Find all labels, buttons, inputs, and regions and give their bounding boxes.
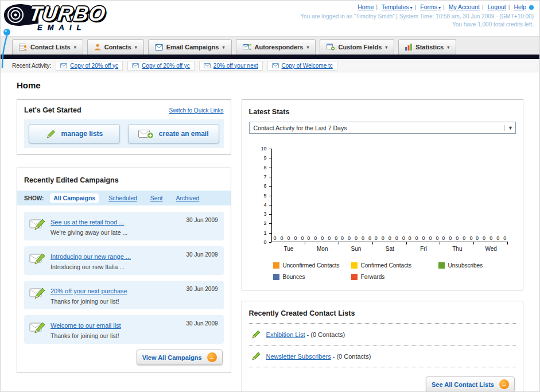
campaign-row[interactable]: Introducing our new range ... Introducin… <box>24 246 224 275</box>
nav-help[interactable]: Help <box>514 3 526 10</box>
chevron-down-icon: ▾ <box>438 5 441 10</box>
tab-scheduled[interactable]: Scheduled <box>105 193 141 203</box>
blue-dot-decoration <box>529 5 534 10</box>
legend-swatch <box>438 262 445 269</box>
chart-x-tick-label: Mon <box>305 242 339 252</box>
legend-swatch <box>351 274 358 280</box>
tab-contacts[interactable]: Contacts▾ <box>87 39 144 55</box>
chart-x-tick-label: Tue <box>272 242 306 252</box>
recent-activity-item[interactable]: Copy of 20% off yc <box>56 61 123 71</box>
chart-day-values: 00000 <box>305 235 339 241</box>
nav-home[interactable]: Home <box>358 3 374 10</box>
envelope-icon <box>155 44 163 51</box>
chevron-down-icon: ▾ <box>410 5 413 10</box>
chart-day-values: 00000 <box>407 235 441 241</box>
chevron-down-icon: ▼ <box>504 125 513 131</box>
tab-statistics[interactable]: Statistics▾ <box>398 39 456 55</box>
switch-quick-links-link[interactable]: Switch to Quick Links <box>169 107 224 114</box>
chart-day-values: 00000 <box>474 235 508 241</box>
legend-item: Unsubscribes <box>438 262 483 269</box>
chart-day-values: 00000 <box>373 235 407 241</box>
envelope-icon <box>132 63 139 68</box>
campaign-row[interactable]: Welcome to our email list Thanks for joi… <box>24 315 224 344</box>
tab-all-campaigns[interactable]: All Campaigns <box>50 193 99 203</box>
campaign-row[interactable]: See us at the retail food ... We're givi… <box>24 212 224 240</box>
content: Home Let's Get Started Switch to Quick L… <box>1 72 539 392</box>
tab-custom-fields[interactable]: Custom Fields▾ <box>320 39 394 55</box>
chevron-down-icon: ▾ <box>447 45 449 50</box>
chart-x-tick-label: Sat <box>373 242 407 252</box>
manage-lists-button[interactable]: manage lists <box>29 124 120 143</box>
contact-list-row[interactable]: Exhibition List - (0 Contacts) <box>249 324 516 346</box>
recent-activity-item[interactable]: Copy of Welcome tc <box>267 61 337 71</box>
tab-sent[interactable]: Sent <box>147 193 166 203</box>
recent-campaigns-title: Recently Edited Campaigns <box>24 176 119 184</box>
tab-contact-lists[interactable]: Contact Lists▾ <box>12 39 83 55</box>
logo-antenna-decoration <box>1 28 14 69</box>
tab-email-campaigns[interactable]: Email Campaigns▾ <box>148 39 232 55</box>
campaign-link: Welcome to our email list <box>50 322 121 329</box>
recent-activity-item[interactable]: Copy of 20% off yc <box>127 61 195 71</box>
contact-list-count: - (0 Contacts) <box>331 353 371 360</box>
envelope-icon <box>60 63 67 68</box>
chart-day-values: 00000 <box>440 235 474 241</box>
campaign-row[interactable]: 20% off your next purchase Thanks for jo… <box>24 281 224 309</box>
chart-x-tick-label: Wed <box>474 242 508 252</box>
see-all-contact-lists-button[interactable]: See All Contact Lists → <box>426 377 515 392</box>
envelope-pencil-icon <box>29 320 46 334</box>
top-nav: Home| Templates▾| Forms▾| My Account| Lo… <box>300 3 534 10</box>
contact-list-link: Newsletter Subscribers <box>266 353 331 360</box>
campaign-subject: Introducing our new Italia ... <box>50 263 218 270</box>
contact-activity-chart: 109876543210 000000000000000000000000000… <box>249 134 516 280</box>
nav-logout[interactable]: Logout <box>488 3 506 10</box>
chart-x-labels: TueMonSunSatFriThuWed <box>272 242 508 252</box>
campaign-link: See us at the retail food ... <box>50 219 124 226</box>
page-title: Home <box>17 80 523 90</box>
chart-plot-values: 00000000000000000000000000000000000 <box>272 235 508 241</box>
nav-forms[interactable]: Forms▾ <box>420 3 441 10</box>
chevron-down-icon: ▾ <box>222 45 224 50</box>
chart-x-tick-label: Thu <box>440 242 474 252</box>
stats-period-select[interactable]: Contact Activity for the Last 7 Days ▼ <box>249 122 516 134</box>
envelope-pencil-icon <box>29 286 46 300</box>
contacts-icon <box>94 44 101 51</box>
recent-campaigns-panel: Recently Edited Campaigns SHOW: All Camp… <box>17 168 231 373</box>
chart-x-tick-label: Fri <box>407 242 441 252</box>
view-all-campaigns-button[interactable]: View All Campaigns → <box>137 350 223 365</box>
tab-archived[interactable]: Archived <box>172 193 203 203</box>
envelope-icon <box>204 63 211 68</box>
contact-lists-icon <box>19 44 27 51</box>
campaign-date: 30 Jun 2009 <box>187 217 218 223</box>
create-email-button[interactable]: create an email <box>128 124 219 143</box>
legend-item: Confirmed Contacts <box>351 262 425 269</box>
campaign-subject: We're giving away our late ... <box>50 229 218 236</box>
campaign-subject: Thanks for joining our list! <box>50 332 218 339</box>
pencil-icon <box>251 329 261 339</box>
recent-activity-item[interactable]: 20% off your next <box>199 61 263 71</box>
chart-day-values: 00000 <box>339 235 373 241</box>
nav-my-account[interactable]: My Account <box>449 3 480 10</box>
contact-list-row[interactable]: Newsletter Subscribers - (0 Contacts) <box>249 346 516 367</box>
page: TURBO EMAIL Home| Templates▾| Forms▾| My… <box>0 0 540 392</box>
login-info: You are logged in as "Timothy Smith" | S… <box>300 13 534 20</box>
campaign-date: 30 Jun 2009 <box>187 286 218 292</box>
envelope-plus-icon <box>138 129 154 139</box>
get-started-buttons: manage lists create an email <box>24 119 224 148</box>
chart-y-axis: 109876543210 <box>258 149 272 242</box>
header-right: Home| Templates▾| Forms▾| My Account| Lo… <box>300 3 534 28</box>
get-started-title: Let's Get Started <box>24 106 81 114</box>
envelope-icon <box>272 63 279 68</box>
tab-autoresponders[interactable]: Autoresponders▾ <box>236 39 316 55</box>
header: TURBO EMAIL Home| Templates▾| Forms▾| My… <box>1 1 539 36</box>
envelope-pencil-icon <box>29 217 46 231</box>
nav-templates[interactable]: Templates▾ <box>382 3 413 10</box>
campaign-date: 30 Jun 2009 <box>187 320 218 327</box>
main-nav-tabbar: Contact Lists▾ Contacts▾ Email Campaigns… <box>1 36 539 55</box>
chart-legend: Unconfirmed ContactsConfirmed ContactsUn… <box>273 262 516 280</box>
contact-list-count: - (0 Contacts) <box>305 331 345 338</box>
pencil-icon <box>251 351 261 361</box>
legend-item: Unconfirmed Contacts <box>273 262 337 269</box>
latest-stats-panel: Latest Stats Contact Activity for the La… <box>242 99 523 290</box>
left-column: Let's Get Started Switch to Quick Links … <box>17 99 231 373</box>
recent-contact-lists-panel: Recently Created Contact Lists Exhibitio… <box>242 301 523 392</box>
